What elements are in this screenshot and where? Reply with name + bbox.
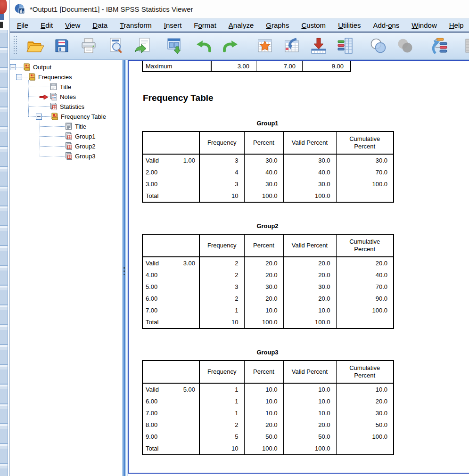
- outline-item-label[interactable]: Frequency Table: [61, 113, 106, 120]
- use-variable-sets-icon: [430, 36, 449, 55]
- valid-percent-cell: 40.0: [283, 166, 336, 178]
- outline-item-label[interactable]: Title: [75, 123, 86, 130]
- goto-variable-button[interactable]: [308, 35, 329, 56]
- recall-dialogs-button[interactable]: [164, 35, 184, 56]
- stub-header-cell: [142, 361, 199, 383]
- outline-item-group3[interactable]: Group3: [10, 151, 122, 161]
- pivot-table-group2[interactable]: FrequencyPercentValid PercentCumulative …: [142, 234, 394, 329]
- menu-transform[interactable]: Transform: [114, 20, 158, 31]
- outline-item-label[interactable]: Notes: [60, 93, 76, 100]
- table-row: 9.00550.050.0100.0: [142, 431, 394, 443]
- outline-item-statistics[interactable]: Statistics: [10, 102, 122, 112]
- frequency-cell: 1: [199, 304, 244, 316]
- window-title: *Output1 [Document1] - IBM SPSS Statisti…: [30, 5, 193, 13]
- frequency-cell: 3: [199, 281, 244, 293]
- outline-item-label[interactable]: Title: [60, 83, 71, 90]
- goto-case-button[interactable]: [281, 35, 302, 56]
- percent-cell: 20.0: [244, 419, 283, 431]
- background-app-icon: [0, 0, 7, 14]
- outline-item-output[interactable]: Output: [10, 62, 122, 72]
- valid-percent-cell: 10.0: [283, 407, 336, 419]
- tree-connector: [28, 87, 49, 87]
- menu-data[interactable]: Data: [86, 20, 114, 31]
- book-icon: [28, 73, 36, 81]
- valid-label: Valid: [146, 157, 159, 164]
- menu-window[interactable]: Window: [405, 20, 443, 31]
- valid-label: Valid: [146, 386, 159, 393]
- show-variables-gray-button[interactable]: [462, 35, 469, 56]
- goto-variable-icon: [309, 36, 328, 55]
- value-label: 9.00: [146, 433, 157, 440]
- column-header: Frequency: [199, 131, 244, 154]
- outline-item-label[interactable]: Group1: [75, 133, 95, 140]
- save-button[interactable]: [51, 35, 72, 56]
- pane-splitter[interactable]: [122, 60, 128, 476]
- percent-cell: 100.0: [244, 190, 283, 202]
- export-document-button[interactable]: [132, 35, 153, 56]
- outline-item-label[interactable]: Frequencies: [38, 74, 72, 81]
- menu-analyze[interactable]: Analyze: [222, 20, 260, 31]
- select-cases-button[interactable]: [368, 35, 388, 56]
- pivot-table-group3[interactable]: FrequencyPercentValid PercentCumulative …: [142, 360, 394, 455]
- frequency-cell: 1: [199, 407, 244, 419]
- statistics-table-partial[interactable]: Maximum 3.00 7.00 9.00: [142, 61, 351, 72]
- pivot-table-group1[interactable]: FrequencyPercentValid PercentCumulative …: [142, 131, 394, 203]
- print-button[interactable]: [78, 35, 99, 56]
- outline-item-title[interactable]: Title: [10, 82, 122, 92]
- redo-button[interactable]: [220, 35, 241, 56]
- title-bar: *Output1 [Document1] - IBM SPSS Statisti…: [10, 0, 469, 18]
- menu-custom[interactable]: Custom: [295, 20, 332, 31]
- outline-item-group1[interactable]: Group1: [10, 131, 122, 141]
- outline-item-label[interactable]: Group2: [75, 143, 95, 150]
- undo-button[interactable]: [193, 35, 214, 56]
- menu-edit[interactable]: Edit: [34, 20, 59, 31]
- outline-item-frequencies[interactable]: Frequencies: [10, 72, 122, 82]
- table-icon: [65, 152, 73, 160]
- frequency-cell: 3: [199, 178, 244, 190]
- goto-data-icon: [255, 36, 274, 55]
- column-header: Percent: [244, 361, 283, 383]
- outline-item-label[interactable]: Output: [33, 64, 51, 71]
- cumulative-percent-cell: 50.0: [336, 419, 394, 431]
- use-variable-sets-button[interactable]: [429, 35, 450, 56]
- outline-item-group2[interactable]: Group2: [10, 141, 122, 151]
- outline-item-notes[interactable]: Notes: [10, 92, 122, 102]
- menu-graphs[interactable]: Graphs: [260, 20, 295, 31]
- table-row: 7.00110.010.0100.0: [142, 304, 394, 316]
- tree-connector: [16, 67, 23, 67]
- menu-insert[interactable]: Insert: [158, 20, 188, 31]
- valid-percent-cell: 100.0: [283, 316, 336, 328]
- export-document-icon: [133, 36, 152, 55]
- goto-data-button[interactable]: [255, 35, 275, 56]
- collapse-toggle[interactable]: [36, 114, 42, 120]
- outline-pane: OutputFrequenciesTitleNotesStatisticsFre…: [10, 60, 122, 476]
- percent-cell: 30.0: [244, 178, 283, 190]
- overlap-circles-gray-button[interactable]: [395, 35, 415, 56]
- outline-item-frequency-table[interactable]: Frequency Table: [10, 112, 122, 122]
- column-header: Cumulative Percent: [336, 131, 394, 154]
- percent-cell: 100.0: [244, 316, 283, 328]
- toolbar-grip[interactable]: [12, 35, 18, 56]
- outline-item-label[interactable]: Group3: [75, 153, 95, 160]
- menu-help[interactable]: Help: [443, 20, 469, 31]
- variables-button[interactable]: [335, 35, 356, 56]
- percent-cell: 20.0: [244, 257, 283, 269]
- value-label: 4.00: [146, 271, 157, 279]
- tree-connector: [42, 116, 50, 117]
- menu-utilities[interactable]: Utilities: [332, 20, 367, 31]
- menu-add-ons[interactable]: Add-ons: [367, 20, 405, 31]
- stat-value-group2: 7.00: [256, 61, 303, 72]
- stub-cell: 5.00: [142, 281, 199, 293]
- valid-percent-cell: 100.0: [283, 190, 336, 202]
- stub-cell: 6.00: [142, 395, 199, 407]
- value-label: 7.00: [146, 410, 157, 417]
- print-preview-button[interactable]: [105, 35, 126, 56]
- open-folder-button[interactable]: [25, 35, 45, 56]
- menu-view[interactable]: View: [59, 20, 86, 31]
- outline-item-label[interactable]: Statistics: [60, 103, 84, 110]
- outline-item-title[interactable]: Title: [10, 122, 122, 131]
- menu-file[interactable]: File: [11, 20, 34, 31]
- collapse-toggle[interactable]: [16, 74, 22, 80]
- menu-format[interactable]: Format: [188, 20, 222, 31]
- redo-icon: [221, 36, 240, 55]
